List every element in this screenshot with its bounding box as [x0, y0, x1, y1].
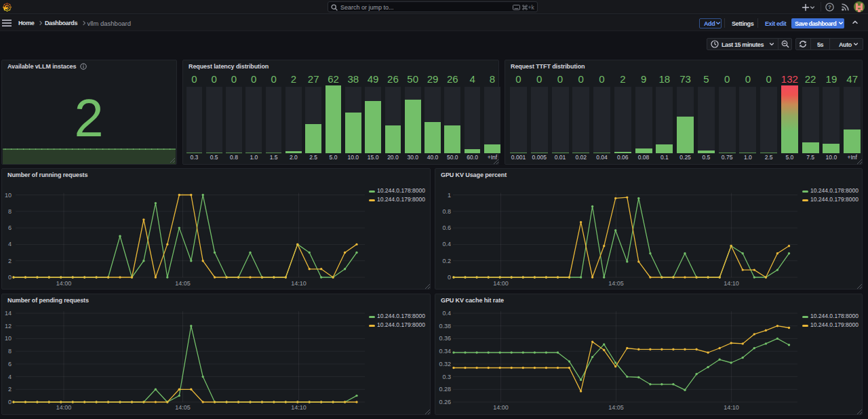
svg-text:?: ?: [828, 4, 831, 10]
svg-text:+k: +k: [528, 4, 535, 11]
